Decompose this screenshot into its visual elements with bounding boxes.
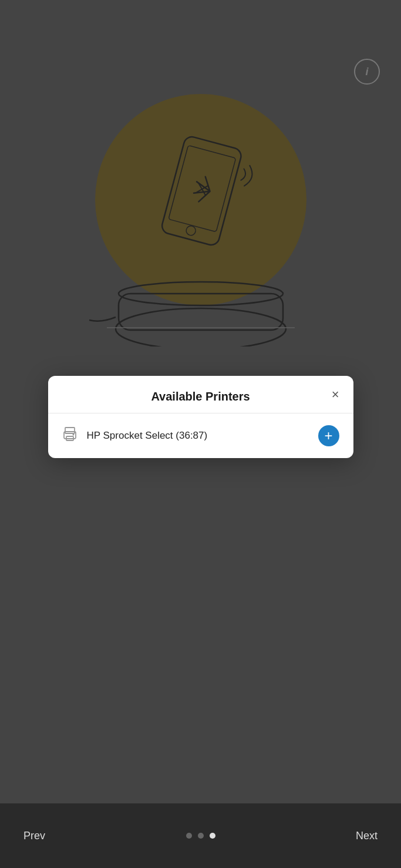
svg-point-12 — [72, 434, 74, 436]
printer-list-item[interactable]: HP Sprocket Select (36:87) + — [48, 413, 353, 458]
modal-overlay: Available Printers × HP Sprocket Select … — [0, 0, 401, 868]
modal-title: Available Printers — [151, 390, 250, 403]
modal-close-button[interactable]: × — [329, 386, 342, 403]
svg-rect-9 — [65, 428, 75, 433]
page-dots — [186, 833, 215, 839]
dot-2 — [198, 833, 204, 839]
bottom-navigation: Prev Next — [0, 803, 401, 868]
dot-1 — [186, 833, 192, 839]
available-printers-modal: Available Printers × HP Sprocket Select … — [48, 376, 353, 458]
modal-header: Available Printers × — [48, 376, 353, 413]
printer-icon — [62, 426, 77, 445]
next-button[interactable]: Next — [356, 830, 378, 842]
prev-button[interactable]: Prev — [23, 830, 45, 842]
printer-name: HP Sprocket Select (36:87) — [87, 430, 309, 442]
printer-add-button[interactable]: + — [318, 425, 339, 446]
dot-3 — [210, 833, 215, 839]
